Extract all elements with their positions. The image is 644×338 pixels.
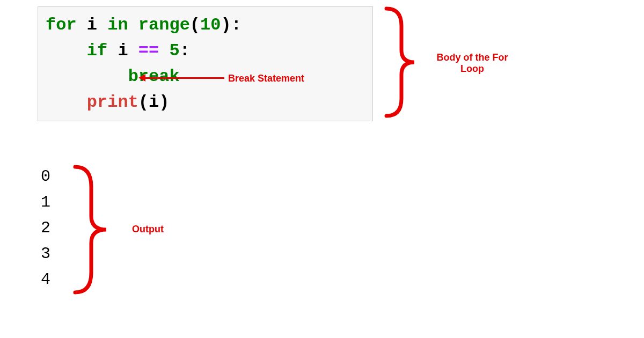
output-line: 1: [41, 189, 50, 215]
paren-close: ): [221, 15, 231, 35]
annotation-output-label: Output: [132, 224, 164, 235]
colon: :: [231, 15, 241, 35]
code-line-4: print(i): [46, 90, 365, 115]
annotation-break-statement: Break Statement: [228, 73, 304, 84]
number-5: 5: [169, 41, 179, 61]
keyword-for: for: [46, 15, 77, 35]
variable-i: i: [149, 92, 159, 112]
keyword-if: if: [87, 41, 107, 61]
arrow-break-head-icon: [138, 74, 145, 82]
output-line: 3: [41, 241, 50, 267]
keyword-break: break: [128, 67, 180, 86]
paren-open: (: [190, 15, 200, 35]
brace-body-icon: [381, 4, 429, 120]
output-line: 0: [41, 164, 50, 189]
colon: :: [180, 41, 190, 61]
code-line-2: if i == 5:: [46, 38, 365, 64]
paren-open: (: [138, 92, 149, 112]
arrow-break-line: [145, 77, 224, 79]
function-print: print: [87, 92, 138, 112]
code-line-3: break: [46, 64, 365, 90]
variable-i: i: [118, 41, 128, 61]
variable-i: i: [87, 15, 97, 35]
brace-output-icon: [69, 163, 117, 297]
code-line-1: for i in range(10):: [46, 12, 365, 38]
code-block: for i in range(10): if i == 5: break pri…: [38, 6, 373, 121]
output-line: 4: [41, 267, 50, 292]
keyword-in: in: [107, 15, 128, 35]
annotation-body-label: Body of the For Loop: [429, 52, 515, 75]
output-block: 0 1 2 3 4: [41, 164, 50, 292]
operator-eq: ==: [138, 41, 159, 61]
function-range: range: [138, 15, 190, 35]
paren-close: ): [159, 92, 169, 112]
output-line: 2: [41, 215, 50, 241]
number-10: 10: [200, 15, 221, 35]
